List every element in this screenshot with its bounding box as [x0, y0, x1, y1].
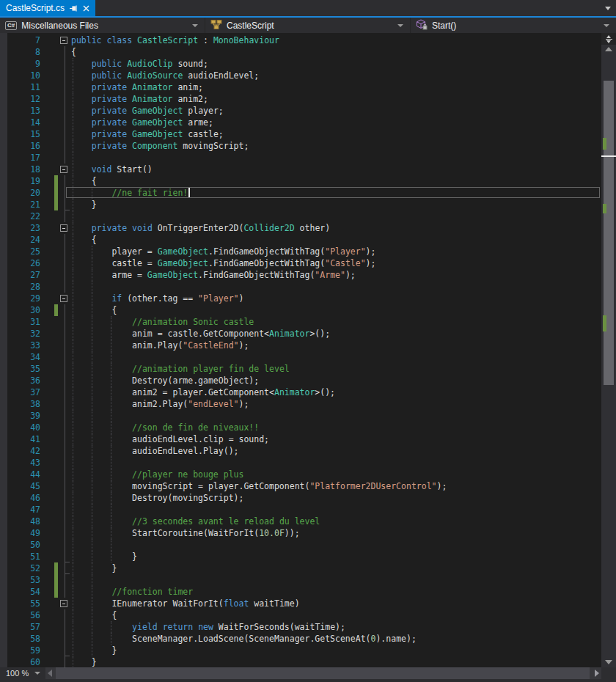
- code-line[interactable]: 7public class CastleScript : MonoBehavio…: [0, 34, 601, 46]
- code-line[interactable]: 19 {: [0, 175, 601, 187]
- code-line[interactable]: 53: [0, 574, 601, 586]
- code-line[interactable]: 54 //fonction timer: [0, 586, 601, 598]
- code-line[interactable]: 8{: [0, 46, 601, 58]
- code-line[interactable]: 23 private void OnTriggerEnter2D(Collide…: [0, 222, 601, 234]
- code-line[interactable]: 15 private GameObject castle;: [0, 128, 601, 140]
- indent-guide: [73, 281, 73, 293]
- member-dropdown[interactable]: Start(): [411, 18, 616, 33]
- code-line[interactable]: 48 //3 secondes avant le reload du level: [0, 516, 601, 527]
- outline-line: [65, 128, 65, 140]
- code-editor[interactable]: 7public class CastleScript : MonoBehavio…: [0, 33, 616, 667]
- outline-line: [65, 492, 65, 504]
- fold-collapse-toggle[interactable]: [60, 295, 67, 302]
- vertical-scrollbar[interactable]: [601, 33, 616, 667]
- scroll-down-button[interactable]: [605, 660, 612, 664]
- code-line[interactable]: 47: [0, 504, 601, 516]
- code-line[interactable]: 22: [0, 210, 601, 222]
- code-line[interactable]: 12 private Animator anim2;: [0, 93, 601, 105]
- code-text: }: [71, 551, 137, 562]
- code-line[interactable]: 29 if (other.tag == "Player"): [0, 293, 601, 304]
- code-line[interactable]: 16 private Component movingScript;: [0, 140, 601, 152]
- code-line[interactable]: 10 public AudioSource audioEndLevel;: [0, 70, 601, 81]
- tab-castlescript[interactable]: CastleScript.cs: [0, 0, 95, 16]
- code-line[interactable]: 56 {: [0, 609, 601, 621]
- code-text: {: [71, 234, 97, 246]
- code-line[interactable]: 27 arme = GameObject.FindGameObjectWithT…: [0, 269, 601, 281]
- fold-collapse-toggle[interactable]: [60, 166, 67, 173]
- zoom-select[interactable]: 100 %: [0, 667, 45, 679]
- line-number: 37: [0, 386, 40, 398]
- code-line[interactable]: 31 //animation Sonic castle: [0, 316, 601, 328]
- code-line[interactable]: 38 anim2.Play("endLevel");: [0, 398, 601, 410]
- code-lines[interactable]: 7public class CastleScript : MonoBehavio…: [0, 33, 601, 668]
- class-icon: [210, 19, 222, 32]
- code-line[interactable]: 57 yield return new WaitForSeconds(waitT…: [0, 621, 601, 633]
- code-text: private Component movingScript;: [71, 140, 249, 152]
- code-line[interactable]: 55 IEnumerator WaitForIt(float waitTime): [0, 598, 601, 609]
- code-text: //3 secondes avant le reload du level: [71, 516, 320, 527]
- code-line[interactable]: 11 private Animator anim;: [0, 81, 601, 93]
- member-dropdown-label: Start(): [432, 21, 456, 31]
- fold-collapse-toggle[interactable]: [60, 37, 67, 44]
- code-line[interactable]: 28: [0, 281, 601, 293]
- code-line[interactable]: 60 }: [0, 656, 601, 668]
- code-line[interactable]: 30 {: [0, 304, 601, 316]
- line-number: 36: [0, 375, 40, 386]
- code-line[interactable]: 42 audioEndLevel.Play();: [0, 445, 601, 457]
- files-dropdown[interactable]: C# Miscellaneous Files: [0, 18, 205, 33]
- scrollbar-change-mark: [603, 315, 606, 331]
- code-line[interactable]: 25 player = GameObject.FindGameObjectWit…: [0, 246, 601, 257]
- code-text: {: [71, 46, 76, 58]
- code-line[interactable]: 59 }: [0, 645, 601, 656]
- code-line[interactable]: 51 }: [0, 551, 601, 562]
- line-number: 8: [0, 46, 40, 58]
- code-line[interactable]: 26 castle = GameObject.FindGameObjectWit…: [0, 257, 601, 269]
- code-line[interactable]: 40 //son de fin de niveaux!!: [0, 422, 601, 433]
- fold-collapse-toggle[interactable]: [60, 600, 67, 607]
- line-number: 7: [0, 34, 40, 46]
- code-line[interactable]: 43: [0, 457, 601, 469]
- outline-line: [65, 328, 65, 340]
- code-line[interactable]: 45 movingScript = player.GetComponent("P…: [0, 480, 601, 492]
- type-dropdown[interactable]: CastleScript: [205, 18, 411, 33]
- code-line[interactable]: 13 private GameObject player;: [0, 105, 601, 117]
- scroll-up-button[interactable]: [605, 47, 612, 51]
- code-line[interactable]: 24 {: [0, 234, 601, 246]
- fold-collapse-toggle[interactable]: [60, 224, 67, 232]
- code-line[interactable]: 32 anim = castle.GetComponent<Animator>(…: [0, 328, 601, 340]
- code-line[interactable]: 34: [0, 351, 601, 363]
- code-text: private GameObject arme;: [71, 117, 213, 128]
- close-icon[interactable]: [83, 5, 89, 12]
- code-line[interactable]: 46 Destroy(movingScript);: [0, 492, 601, 504]
- scroll-right-button[interactable]: [595, 670, 599, 677]
- open-files-chevron-down-icon[interactable]: [605, 7, 611, 10]
- line-number: 33: [0, 340, 40, 351]
- outline-line: [65, 410, 65, 422]
- code-line[interactable]: 14 private GameObject arme;: [0, 117, 601, 128]
- scroll-left-button[interactable]: [48, 670, 52, 677]
- code-line[interactable]: 39: [0, 410, 601, 422]
- code-line[interactable]: 9 public AudioClip sound;: [0, 58, 601, 70]
- line-number: 15: [0, 128, 40, 140]
- horizontal-scrollbar-thumb[interactable]: [56, 667, 590, 679]
- code-line[interactable]: 58 SceneManager.LoadScene(SceneManager.G…: [0, 633, 601, 645]
- code-line[interactable]: 20 //ne fait rien!: [0, 187, 601, 199]
- code-line[interactable]: 41 audioEndLevel.clip = sound;: [0, 433, 601, 445]
- code-line[interactable]: 52 }: [0, 562, 601, 574]
- code-line[interactable]: 50: [0, 539, 601, 551]
- code-line[interactable]: 49 StartCoroutine(WaitForIt(10.0F));: [0, 527, 601, 539]
- code-line[interactable]: 44 //player ne bouge plus: [0, 469, 601, 480]
- code-line[interactable]: 21 }: [0, 199, 601, 210]
- code-line[interactable]: 17: [0, 152, 601, 164]
- pin-icon[interactable]: [70, 4, 78, 12]
- indent-guide: [111, 539, 111, 551]
- line-number: 50: [0, 539, 40, 551]
- code-line[interactable]: 35 //animation player fin de level: [0, 363, 601, 375]
- splitter-handle[interactable]: [601, 33, 616, 45]
- code-line[interactable]: 37 anim2 = player.GetComponent<Animator>…: [0, 386, 601, 398]
- horizontal-scrollbar[interactable]: [45, 667, 601, 679]
- code-line[interactable]: 33 anim.Play("CastleEnd");: [0, 340, 601, 351]
- code-line[interactable]: 18 void Start(): [0, 164, 601, 175]
- code-line[interactable]: 36 Destroy(arme.gameObject);: [0, 375, 601, 386]
- vertical-scrollbar-thumb[interactable]: [604, 81, 614, 385]
